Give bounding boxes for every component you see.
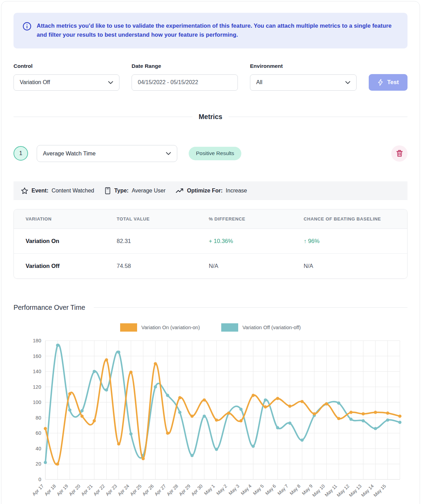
x-axis-tick-label: May 5 — [252, 483, 265, 496]
environment-label: Environment — [250, 63, 357, 69]
x-axis-tick-label: May 12 — [336, 483, 350, 498]
data-point-variation-on — [142, 457, 145, 460]
data-point-variation-off — [398, 421, 401, 424]
metric-row: 1 Average Watch Time Positive Results — [14, 145, 407, 162]
date-range-input[interactable]: 04/15/2022 - 05/15/2022 — [132, 74, 238, 91]
data-point-variation-off — [252, 444, 255, 448]
data-point-variation-off — [154, 385, 157, 388]
x-axis-tick-label: Apr 27 — [153, 483, 167, 497]
delete-metric-button[interactable] — [391, 145, 407, 162]
x-axis-tick-label: Apr 26 — [141, 483, 155, 497]
control-field: Control Variation Off — [14, 63, 119, 91]
data-point-variation-off — [276, 426, 279, 429]
data-point-variation-on — [337, 417, 340, 420]
data-point-variation-on — [80, 414, 83, 417]
x-axis-tick-label: May 14 — [360, 483, 375, 498]
info-banner: Attach metrics you’d like to use to vali… — [14, 13, 407, 48]
legend-label: Variation On (variation-on) — [141, 325, 200, 330]
data-point-variation-off — [288, 422, 292, 425]
data-point-variation-off — [166, 394, 169, 397]
environment-select-value: All — [256, 79, 262, 86]
chevron-down-icon — [166, 152, 171, 155]
optimize-value: Increase — [226, 188, 247, 194]
data-point-variation-on — [215, 418, 218, 422]
y-axis-tick-label: 180 — [33, 338, 41, 343]
date-range-value: 04/15/2022 - 05/15/2022 — [138, 79, 198, 86]
data-point-variation-on — [325, 402, 328, 405]
data-point-variation-off — [264, 398, 267, 402]
results-table: VARIATIONTOTAL VALUE% DIFFERENCECHANCE O… — [14, 209, 407, 279]
chart-legend: Variation On (variation-on)Variation Off… — [14, 323, 407, 332]
table-header-cell: CHANCE OF BEATING BASELINE — [292, 216, 407, 222]
data-point-variation-off — [68, 408, 71, 412]
test-button[interactable]: Test — [369, 74, 407, 91]
event-value: Content Watched — [52, 188, 94, 194]
data-point-variation-off — [190, 454, 194, 457]
data-point-variation-on — [93, 419, 96, 422]
x-axis-tick-label: Apr 17 — [31, 483, 45, 497]
table-cell: Variation On — [14, 238, 105, 244]
x-axis-tick-label: Apr 18 — [44, 483, 57, 497]
y-axis-tick-label: 80 — [36, 415, 41, 421]
filters-row: Control Variation Off Date Range 04/15/2… — [14, 63, 407, 91]
info-icon — [23, 22, 32, 32]
table-row: Variation Off74.58N/AN/A — [14, 254, 407, 278]
metrics-heading: Metrics — [199, 113, 222, 121]
divider-line — [14, 117, 192, 117]
x-axis-tick-label: Apr 23 — [105, 483, 118, 497]
table-cell: N/A — [292, 263, 407, 269]
data-point-variation-on — [374, 411, 377, 414]
data-point-variation-on — [190, 414, 194, 417]
data-point-variation-on — [68, 392, 71, 395]
y-axis-tick-label: 140 — [33, 369, 41, 374]
y-axis-tick-label: 120 — [33, 384, 41, 389]
data-point-variation-on — [301, 400, 304, 403]
environment-select[interactable]: All — [250, 74, 357, 91]
y-axis-tick-label: 0 — [38, 477, 41, 482]
data-point-variation-on — [129, 370, 133, 374]
data-point-variation-on — [386, 412, 389, 415]
data-point-variation-off — [44, 461, 47, 464]
data-point-variation-on — [178, 396, 181, 399]
legend-swatch — [120, 323, 137, 332]
metric-select-value: Average Watch Time — [43, 150, 96, 157]
y-axis-tick-label: 20 — [36, 461, 41, 467]
table-cell: Variation Off — [14, 263, 105, 269]
data-point-variation-on — [203, 398, 206, 402]
x-axis-tick-label: Apr 30 — [190, 483, 204, 497]
performance-chart: 020406080100120140160180Apr 17Apr 18Apr … — [14, 335, 407, 504]
data-point-variation-off — [362, 419, 365, 422]
legend-item-variation-on[interactable]: Variation On (variation-on) — [120, 323, 200, 332]
x-axis-tick-label: May 1 — [203, 483, 216, 496]
x-axis-tick-label: May 15 — [373, 483, 387, 498]
performance-heading: Performance Over Time — [14, 304, 85, 312]
data-point-variation-off — [215, 448, 218, 451]
metric-select[interactable]: Average Watch Time — [37, 145, 177, 162]
data-point-variation-on — [276, 397, 279, 400]
control-select-value: Variation Off — [20, 79, 50, 86]
data-point-variation-on — [362, 412, 365, 415]
page-card: Attach metrics you’d like to use to vali… — [1, 1, 420, 504]
metric-summary-bar: Event: Content Watched Type: Average Use… — [14, 181, 407, 200]
table-row: Variation On82.31+ 10.36%↑ 96% — [14, 229, 407, 254]
x-axis-tick-label: May 6 — [264, 483, 277, 496]
data-point-variation-off — [117, 351, 120, 354]
x-axis-tick-label: May 8 — [289, 483, 302, 496]
control-label: Control — [14, 63, 119, 69]
chevron-down-icon — [108, 81, 113, 84]
metric-index-badge: 1 — [14, 146, 28, 161]
x-axis-tick-label: May 11 — [324, 483, 338, 497]
data-point-variation-off — [374, 427, 377, 430]
legend-label: Variation Off (variation-off) — [242, 325, 301, 330]
data-point-variation-on — [398, 414, 401, 417]
legend-item-variation-off[interactable]: Variation Off (variation-off) — [221, 323, 301, 332]
optimize-label: Optimize For: — [187, 188, 223, 194]
event-group: Event: Content Watched — [21, 187, 94, 195]
x-axis-tick-label: May 10 — [311, 483, 326, 498]
legend-swatch — [221, 323, 238, 332]
table-cell: ↑ 96% — [292, 238, 407, 244]
performance-chart-container: Variation On (variation-on)Variation Off… — [14, 323, 407, 504]
control-select[interactable]: Variation Off — [14, 74, 119, 91]
optimize-group: Optimize For: Increase — [176, 187, 247, 194]
x-axis-tick-label: May 3 — [227, 483, 240, 496]
